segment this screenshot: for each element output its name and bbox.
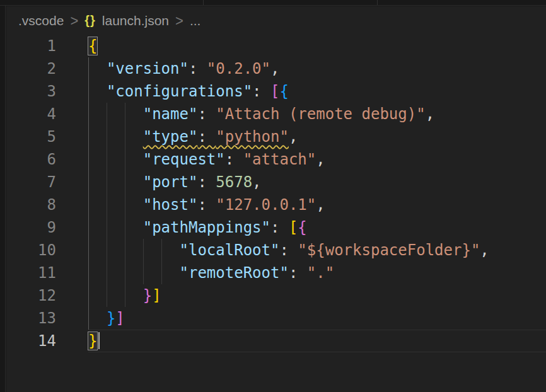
code-token: "." <box>307 264 334 282</box>
code-token: ] <box>115 309 124 327</box>
code-token: [ <box>289 219 298 236</box>
code-editor[interactable]: 1{2 "version": "0.2.0",3 "configurations… <box>6 35 546 352</box>
code-token: "${workspaceFolder}" <box>298 241 480 259</box>
chevron-right-icon: > <box>175 11 183 30</box>
line-number[interactable]: 14 <box>6 330 56 352</box>
breadcrumb-folder[interactable]: .vscode <box>18 13 64 28</box>
indent-guide <box>125 148 125 171</box>
line-number[interactable]: 10 <box>6 239 56 262</box>
indent-guide <box>107 216 107 239</box>
code-line-content[interactable]: } <box>88 330 546 352</box>
indent-guide <box>125 284 125 307</box>
code-line-content[interactable]: { <box>88 35 546 57</box>
code-line[interactable]: 13 }] <box>6 307 546 330</box>
line-number[interactable]: 6 <box>6 148 56 171</box>
code-token: : <box>279 241 298 259</box>
code-line-content[interactable]: "port": 5678, <box>88 171 546 193</box>
tab-divider <box>203 0 204 5</box>
code-line-content[interactable]: }] <box>88 284 546 307</box>
indent-guide <box>125 171 125 193</box>
code-token: "port" <box>143 173 198 191</box>
code-line-content[interactable]: "pathMappings": [{ <box>88 216 546 239</box>
indent-guide <box>107 193 107 216</box>
indent-guide <box>88 262 89 284</box>
code-token: "0.2.0" <box>207 60 270 78</box>
breadcrumb-symbol-more[interactable]: ... <box>190 13 201 28</box>
code-token: "attach" <box>243 151 317 168</box>
code-line[interactable]: 4 "name": "Attach (remote debug)", <box>6 103 546 125</box>
code-line[interactable]: 6 "request": "attach", <box>6 148 546 171</box>
indent-guide <box>88 57 89 80</box>
code-line[interactable]: 12 }] <box>6 284 546 307</box>
code-line[interactable]: 9 "pathMappings": [{ <box>6 216 546 239</box>
code-line[interactable]: 11 "remoteRoot": "." <box>6 262 546 284</box>
line-number[interactable]: 11 <box>6 262 56 284</box>
code-line-content[interactable]: "type": "python", <box>88 125 546 148</box>
code-token: { <box>298 219 306 236</box>
code-token: "configurations" <box>107 83 252 100</box>
code-token: , <box>270 60 279 78</box>
code-token: "Attach (remote debug)" <box>216 105 425 123</box>
code-line-content[interactable]: "name": "Attach (remote debug)", <box>88 103 546 125</box>
breadcrumb-file[interactable]: launch.json <box>102 13 169 28</box>
code-token: , <box>426 105 434 123</box>
indent-guide <box>88 284 89 307</box>
indent-guide <box>107 171 107 193</box>
indent-guide <box>143 262 144 284</box>
code-line-content[interactable]: "host": "127.0.0.1", <box>88 193 546 216</box>
indent-guide <box>161 239 162 262</box>
code-token: : <box>197 196 216 214</box>
line-number[interactable]: 7 <box>6 171 56 193</box>
code-line[interactable]: 1{ <box>6 35 546 57</box>
indent-guide <box>107 125 107 148</box>
line-number[interactable]: 8 <box>6 193 56 216</box>
breadcrumb: .vscode > {} launch.json > ... <box>6 6 546 35</box>
line-number[interactable]: 13 <box>6 307 56 330</box>
line-number[interactable]: 3 <box>6 80 56 103</box>
indent-guide <box>88 80 89 103</box>
indent-guide <box>125 125 125 148</box>
line-number[interactable]: 5 <box>6 125 56 148</box>
code-line[interactable]: 7 "port": 5678, <box>6 171 546 193</box>
tab-bar-edge <box>0 0 546 6</box>
indent-guide <box>125 193 125 216</box>
indent-guide <box>107 262 107 284</box>
code-token: : <box>197 128 216 146</box>
line-number[interactable]: 1 <box>6 35 56 57</box>
code-line-content[interactable]: "request": "attach", <box>88 148 546 171</box>
line-number[interactable]: 4 <box>6 103 56 125</box>
indent-guide <box>88 239 89 262</box>
code-line[interactable]: 14} <box>6 330 546 352</box>
indent-guide <box>107 239 107 262</box>
code-token: ] <box>152 287 161 304</box>
code-line-content[interactable]: "version": "0.2.0", <box>88 57 546 80</box>
code-line-content[interactable]: "remoteRoot": "." <box>88 262 546 284</box>
code-line[interactable]: 2 "version": "0.2.0", <box>6 57 546 80</box>
code-token: , <box>289 128 298 146</box>
code-line[interactable]: 5 "type": "python", <box>6 125 546 148</box>
indent-guide <box>107 103 107 125</box>
code-line-content[interactable]: "configurations": [{ <box>88 80 546 103</box>
code-token: { <box>279 83 288 100</box>
code-token: [ <box>270 83 279 100</box>
code-token: "name" <box>143 105 198 123</box>
line-number[interactable]: 9 <box>6 216 56 239</box>
code-token: "127.0.0.1" <box>216 196 316 214</box>
code-line-content[interactable]: "localRoot": "${workspaceFolder}", <box>88 239 546 262</box>
code-token: , <box>252 173 261 191</box>
code-token: "localRoot" <box>180 241 280 259</box>
code-token: "python" <box>216 128 289 146</box>
code-line[interactable]: 10 "localRoot": "${workspaceFolder}", <box>6 239 546 262</box>
code-line-content[interactable]: }] <box>88 307 546 330</box>
code-token: "remoteRoot" <box>180 264 289 282</box>
bracket-match-highlight: { <box>88 37 97 55</box>
code-line[interactable]: 3 "configurations": [{ <box>6 80 546 103</box>
code-token: } <box>107 309 115 327</box>
code-line[interactable]: 8 "host": "127.0.0.1", <box>6 193 546 216</box>
code-token: : <box>197 173 216 191</box>
line-number[interactable]: 2 <box>6 57 56 80</box>
indent-guide <box>88 148 89 171</box>
line-number[interactable]: 12 <box>6 284 56 307</box>
chevron-right-icon: > <box>70 11 78 30</box>
code-token: , <box>316 151 325 168</box>
